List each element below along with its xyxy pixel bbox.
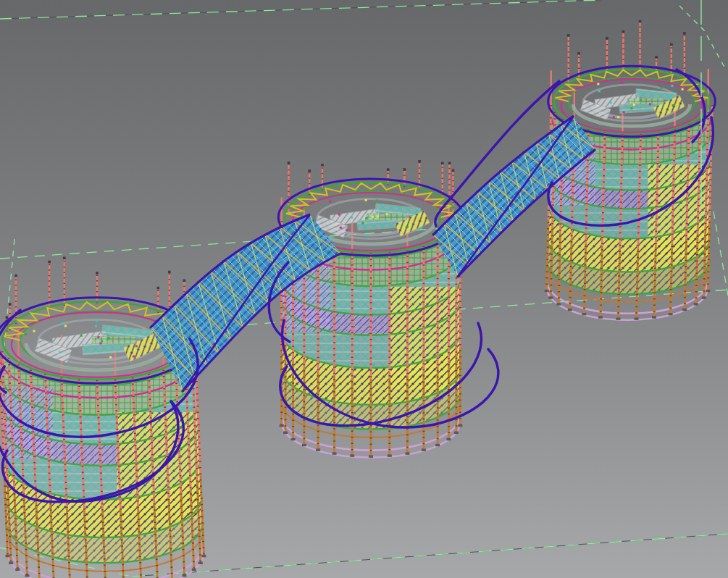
plane-edge-right bbox=[714, 211, 728, 296]
platform-deck[interactable] bbox=[573, 82, 690, 127]
scaffold-tower-middle[interactable] bbox=[278, 160, 465, 458]
plane-edge-top-right bbox=[679, 6, 726, 70]
model-scene-svg bbox=[0, 0, 728, 578]
platform-deck[interactable] bbox=[25, 319, 168, 370]
cad-3d-viewport[interactable] bbox=[0, 0, 728, 578]
railing-panel[interactable] bbox=[627, 98, 664, 104]
panel-yellow-side[interactable] bbox=[389, 287, 465, 389]
panel-purple-side[interactable] bbox=[0, 387, 53, 458]
